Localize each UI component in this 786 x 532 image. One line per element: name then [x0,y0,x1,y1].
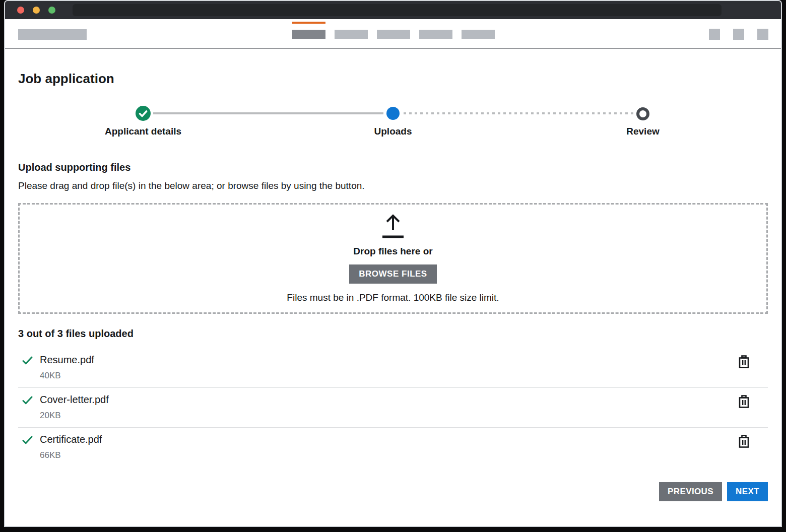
site-navbar [5,19,781,49]
stepper-connector-complete [153,112,383,114]
minimize-window-button[interactable] [33,7,40,14]
file-name: Cover-letter.pdf [40,394,109,406]
current-step-dot-icon [386,107,400,120]
main-content: Job application Applicant details Upload… [5,71,781,501]
file-name: Certificate.pdf [40,434,102,445]
next-button[interactable]: NEXT [727,482,768,501]
delete-file-button[interactable] [738,435,750,448]
close-window-button[interactable] [17,7,24,14]
step-review-indicator[interactable] [636,107,649,120]
drop-files-text: Drop files here or [353,246,432,257]
check-icon [22,356,33,365]
step-uploads-indicator[interactable] [386,107,400,120]
upload-arrow-icon [381,214,405,239]
file-size: 40KB [40,371,94,381]
file-row-certificate: Certificate.pdf 66KB [18,427,768,467]
progress-stepper: Applicant details Uploads Review [18,106,768,139]
nav-tab-3[interactable] [377,30,410,39]
step-label-review: Review [626,126,659,137]
nav-tab-5[interactable] [462,30,495,39]
address-bar[interactable] [73,4,722,16]
file-constraint-text: Files must be in .PDF format. 100KB file… [287,292,499,303]
trash-icon [738,435,750,448]
step-applicant-details-indicator[interactable] [136,106,151,121]
nav-action-1[interactable] [709,29,720,40]
browser-window: Job application Applicant details Upload… [4,0,782,527]
trash-icon [738,395,750,409]
zoom-window-button[interactable] [48,7,55,14]
nav-tab-2[interactable] [335,30,368,39]
page-title: Job application [18,71,768,87]
nav-tab-1-active[interactable] [292,30,325,39]
nav-action-3[interactable] [757,29,768,40]
file-row-resume: Resume.pdf 40KB [18,348,768,387]
window-controls [17,7,55,14]
upcoming-step-ring-icon [636,107,649,120]
upload-instruction: Please drag and drop file(s) in the belo… [18,180,768,191]
check-circle-icon [136,106,151,121]
uploaded-file-list: Resume.pdf 40KB Cover-lett [18,348,768,467]
upload-section-heading: Upload supporting files [18,162,768,173]
window-titlebar [5,1,781,19]
logo-placeholder [18,29,87,40]
stepper-connector-upcoming [404,112,633,114]
browse-files-button[interactable]: BROWSE FILES [349,264,436,284]
nav-action-2[interactable] [733,29,744,40]
file-name: Resume.pdf [40,354,94,366]
file-size: 20KB [40,411,109,421]
file-dropzone[interactable]: Drop files here or BROWSE FILES Files mu… [18,203,768,314]
files-uploaded-summary: 3 out of 3 files uploaded [18,328,768,340]
wizard-footer: PREVIOUS NEXT [18,482,768,501]
active-tab-indicator [292,22,325,24]
step-label-uploads: Uploads [374,126,412,137]
delete-file-button[interactable] [738,355,750,369]
trash-icon [738,355,750,369]
previous-button[interactable]: PREVIOUS [659,482,722,501]
nav-tab-4[interactable] [419,30,452,39]
check-icon [22,436,33,444]
step-label-applicant-details: Applicant details [105,126,181,137]
file-size: 66KB [40,450,102,460]
file-row-cover-letter: Cover-letter.pdf 20KB [18,387,768,427]
delete-file-button[interactable] [738,395,750,409]
check-icon [22,396,33,405]
